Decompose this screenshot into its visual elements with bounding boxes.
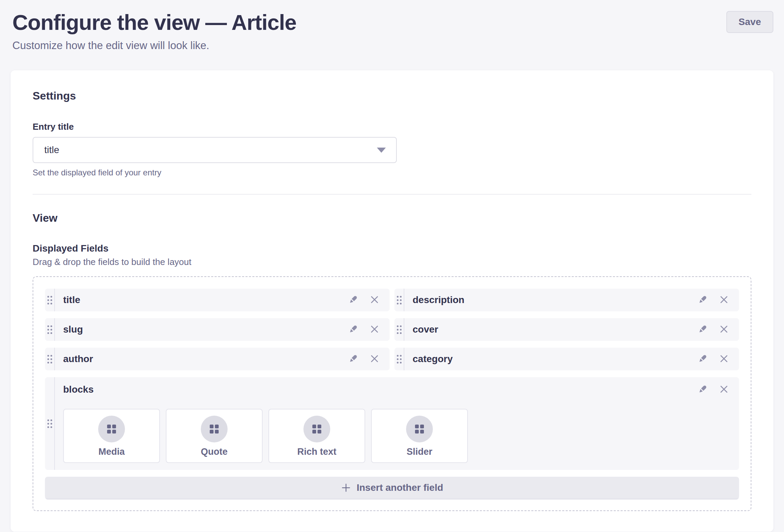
edit-field-button[interactable] bbox=[696, 323, 709, 336]
grid-icon bbox=[107, 425, 116, 433]
close-icon bbox=[369, 294, 380, 306]
close-icon bbox=[369, 324, 380, 335]
remove-field-button[interactable] bbox=[718, 353, 730, 365]
edit-field-button[interactable] bbox=[696, 383, 709, 396]
edit-field-button[interactable] bbox=[347, 294, 359, 306]
edit-field-button[interactable] bbox=[347, 323, 359, 336]
entry-title-label: Entry title bbox=[33, 122, 397, 132]
field-row-author[interactable]: author bbox=[45, 348, 390, 370]
field-name: author bbox=[63, 354, 338, 365]
drag-handle[interactable] bbox=[45, 377, 55, 470]
field-row-title[interactable]: title bbox=[45, 289, 390, 311]
entry-title-hint: Set the displayed field of your entry bbox=[33, 168, 397, 177]
pencil-icon bbox=[347, 323, 359, 336]
page-header: Configure the view — Article Customize h… bbox=[0, 0, 784, 52]
edit-field-button[interactable] bbox=[696, 294, 709, 306]
field-row-description[interactable]: description bbox=[394, 289, 739, 311]
remove-field-button[interactable] bbox=[718, 294, 730, 306]
displayed-fields-label: Displayed Fields bbox=[33, 243, 751, 254]
entry-title-select-value: title bbox=[44, 144, 59, 155]
field-name: description bbox=[413, 294, 688, 305]
page-subtitle: Customize how the edit view will look li… bbox=[12, 39, 296, 52]
chevron-down-icon bbox=[377, 148, 386, 153]
grid-icon bbox=[312, 425, 321, 433]
page-title: Configure the view — Article bbox=[12, 9, 296, 36]
fields-dropzone: title bbox=[33, 276, 751, 511]
close-icon bbox=[719, 324, 729, 335]
component-label: Media bbox=[99, 447, 125, 457]
save-button[interactable]: Save bbox=[726, 11, 773, 33]
component-card-rich-text: Rich text bbox=[268, 409, 365, 463]
grid-icon bbox=[210, 425, 219, 433]
drag-handle-icon bbox=[47, 325, 52, 334]
field-name: blocks bbox=[63, 384, 688, 395]
remove-field-button[interactable] bbox=[368, 353, 381, 365]
components-list: Media Quote Rich text bbox=[63, 409, 730, 463]
field-name: category bbox=[413, 354, 688, 365]
header-text: Configure the view — Article Customize h… bbox=[12, 9, 296, 52]
component-label: Quote bbox=[201, 447, 228, 457]
drag-handle-icon bbox=[47, 296, 52, 304]
component-label: Rich text bbox=[297, 447, 336, 457]
field-name: title bbox=[63, 294, 338, 305]
close-icon bbox=[719, 294, 729, 306]
close-icon bbox=[719, 354, 729, 365]
pencil-icon bbox=[347, 353, 359, 366]
component-card-slider: Slider bbox=[371, 409, 468, 463]
remove-field-button[interactable] bbox=[718, 383, 730, 396]
pencil-icon bbox=[697, 353, 708, 366]
view-heading: View bbox=[33, 212, 751, 224]
insert-another-field-button[interactable]: Insert another field bbox=[45, 477, 739, 499]
remove-field-button[interactable] bbox=[368, 294, 381, 306]
settings-heading: Settings bbox=[33, 90, 751, 102]
pencil-icon bbox=[697, 383, 708, 396]
drag-handle[interactable] bbox=[394, 289, 404, 311]
pencil-icon bbox=[697, 294, 708, 307]
component-card-media: Media bbox=[63, 409, 160, 463]
drag-handle-icon bbox=[397, 325, 402, 334]
pencil-icon bbox=[347, 294, 359, 307]
displayed-fields-hint: Drag & drop the fields to build the layo… bbox=[33, 257, 751, 267]
edit-field-button[interactable] bbox=[347, 353, 359, 365]
field-name: cover bbox=[413, 324, 688, 335]
plus-icon bbox=[341, 483, 351, 493]
pencil-icon bbox=[697, 323, 708, 336]
grid-icon bbox=[415, 425, 424, 433]
field-row-cover[interactable]: cover bbox=[394, 318, 739, 341]
field-row-slug[interactable]: slug bbox=[45, 318, 390, 341]
drag-handle-icon bbox=[397, 355, 402, 363]
configuration-panel: Settings Entry title title Set the displ… bbox=[11, 70, 773, 532]
drag-handle-icon bbox=[397, 296, 402, 304]
drag-handle-icon bbox=[47, 355, 52, 363]
close-icon bbox=[719, 384, 729, 395]
drag-handle[interactable] bbox=[45, 348, 55, 370]
remove-field-button[interactable] bbox=[718, 323, 730, 336]
remove-field-button[interactable] bbox=[368, 323, 381, 336]
field-row-category[interactable]: category bbox=[394, 348, 739, 370]
field-name: slug bbox=[63, 324, 338, 335]
component-card-quote: Quote bbox=[166, 409, 263, 463]
field-row-blocks[interactable]: blocks bbox=[45, 377, 739, 470]
edit-field-button[interactable] bbox=[696, 353, 709, 365]
drag-handle[interactable] bbox=[45, 289, 55, 311]
component-label: Slider bbox=[406, 447, 432, 457]
drag-handle[interactable] bbox=[394, 318, 404, 341]
drag-handle[interactable] bbox=[45, 318, 55, 341]
entry-title-group: Entry title title Set the displayed fiel… bbox=[33, 122, 397, 177]
insert-another-field-label: Insert another field bbox=[357, 482, 443, 493]
section-divider bbox=[33, 194, 751, 195]
drag-handle-icon bbox=[47, 419, 52, 428]
entry-title-select[interactable]: title bbox=[33, 137, 397, 163]
fields-grid: title bbox=[45, 289, 739, 499]
drag-handle[interactable] bbox=[394, 348, 404, 370]
close-icon bbox=[369, 354, 380, 365]
